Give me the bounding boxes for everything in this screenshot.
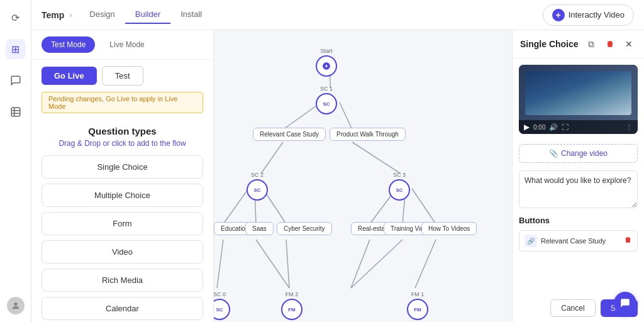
avatar[interactable] <box>7 297 25 314</box>
svg-line-7 <box>340 103 352 130</box>
mode-bar: Test Mode Live Mode <box>31 30 213 60</box>
test-mode-button[interactable]: Test Mode <box>42 36 95 53</box>
plus-circle-icon: + <box>552 9 565 21</box>
svg-point-4 <box>14 303 17 306</box>
start-node[interactable]: Start <box>316 48 337 77</box>
svg-line-10 <box>223 189 248 224</box>
relevant-node[interactable]: Relevant Case Study <box>253 128 326 141</box>
paperclip-icon: 📎 <box>549 149 558 158</box>
fm2-node[interactable]: FM 2 FM <box>281 291 303 320</box>
qt-video[interactable]: Video <box>42 240 203 264</box>
app-title: Temp <box>42 10 64 20</box>
sc-panel-title: Single Choice <box>520 39 580 49</box>
sidebar: ⟳ ⊞ <box>0 0 31 322</box>
close-button[interactable]: ✕ <box>621 36 636 52</box>
svg-line-6 <box>283 103 321 130</box>
svg-rect-0 <box>11 108 20 116</box>
canvas-area[interactable]: Start SC 1 SC Relevant Case Study Produc… <box>214 30 644 322</box>
delete-button[interactable] <box>602 36 618 52</box>
video-preview: ▶ 0:00 🔊 ⛶ ⋮ <box>519 65 638 134</box>
button-delete-icon[interactable] <box>624 236 632 246</box>
qt-rich-media[interactable]: Rich Media <box>42 269 203 292</box>
breadcrumb-arrow: › <box>69 11 72 19</box>
sc1-node[interactable]: SC 1 SC <box>316 86 337 114</box>
volume-button[interactable]: 🔊 <box>549 123 558 131</box>
buttons-section: Buttons 🔗 Relevant Case Study <box>513 212 644 259</box>
qt-list: Single Choice Multiple Choice Form Video… <box>42 155 203 320</box>
qt-subtitle: Drag & Drop or click to add to the flow <box>42 139 203 148</box>
live-mode-button[interactable]: Live Mode <box>100 36 153 53</box>
more-button[interactable]: ⋮ <box>626 123 633 131</box>
qt-form[interactable]: Form <box>42 212 203 235</box>
change-video-button[interactable]: 📎 Change video <box>519 144 638 163</box>
topbar-right: + Interactly Video <box>543 4 634 26</box>
product-node[interactable]: Product Walk Through <box>330 128 406 141</box>
svg-line-17 <box>256 240 289 288</box>
button-item-relevant[interactable]: 🔗 Relevant Case Study <box>519 230 638 252</box>
svg-line-21 <box>415 240 436 288</box>
saas-node[interactable]: Saas <box>245 222 274 235</box>
svg-line-18 <box>286 240 289 288</box>
topbar: Temp › Design Builder Install + Interact… <box>31 0 644 30</box>
sync-icon[interactable]: ⟳ <box>6 8 26 28</box>
qt-calendar[interactable]: Calendar <box>42 297 203 320</box>
go-live-button[interactable]: Go Live <box>42 67 97 85</box>
action-bar: Go Live Test <box>31 60 213 92</box>
tab-install[interactable]: Install <box>170 6 212 24</box>
buttons-label: Buttons <box>519 216 638 225</box>
pending-message: Pending changes, Go Live to apply in Liv… <box>42 92 203 113</box>
button-item-icon: 🔗 <box>525 235 537 247</box>
test-button[interactable]: Test <box>102 66 143 86</box>
howto-node[interactable]: How To Videos <box>421 222 477 235</box>
svg-line-19 <box>351 240 370 288</box>
main-area: Temp › Design Builder Install + Interact… <box>31 0 644 322</box>
grid-icon[interactable]: ⊞ <box>6 39 26 59</box>
svg-line-20 <box>351 240 402 288</box>
content-row: Test Mode Live Mode Go Live Test Pending… <box>31 30 644 322</box>
qt-title: Question types <box>42 126 203 136</box>
copy-button[interactable]: ⧉ <box>584 36 599 52</box>
qt-multiple-choice[interactable]: Multiple Choice <box>42 184 203 207</box>
sc2-node[interactable]: SC 2 SC <box>247 172 268 201</box>
sc0-node[interactable]: SC 0 SC <box>214 291 230 320</box>
cyber-node[interactable]: Cyber Security <box>277 222 332 235</box>
tab-builder[interactable]: Builder <box>125 6 170 24</box>
play-button[interactable]: ▶ <box>524 123 530 131</box>
chart-icon[interactable] <box>6 102 26 122</box>
svg-line-16 <box>217 240 223 288</box>
single-choice-panel: Single Choice ⧉ ✕ ▶ 0:00 🔊 <box>512 30 644 322</box>
cancel-button[interactable]: Cancel <box>550 299 595 317</box>
question-textarea[interactable] <box>519 170 638 208</box>
tab-group: Design Builder Install <box>79 6 212 24</box>
left-panel: Test Mode Live Mode Go Live Test Pending… <box>31 30 214 322</box>
svg-line-8 <box>261 142 283 174</box>
qt-single-choice[interactable]: Single Choice <box>42 155 203 179</box>
fullscreen-button[interactable]: ⛶ <box>562 123 569 131</box>
interactly-video-button[interactable]: + Interactly Video <box>543 4 634 26</box>
video-time: 0:00 <box>533 124 545 131</box>
svg-line-15 <box>412 189 436 224</box>
fm1-node[interactable]: FM 1 FM <box>407 291 428 320</box>
svg-line-9 <box>352 142 401 174</box>
tab-design[interactable]: Design <box>79 6 125 24</box>
video-controls: ▶ 0:00 🔊 ⛶ ⋮ <box>519 120 638 134</box>
sc3-node[interactable]: SC 3 SC <box>389 172 410 201</box>
button-item-label: Relevant Case Study <box>541 237 620 245</box>
sc-panel-header: Single Choice ⧉ ✕ <box>513 30 644 58</box>
chat-bubble[interactable] <box>614 292 636 314</box>
question-types: Question types Drag & Drop or click to a… <box>31 118 213 322</box>
chat-icon[interactable] <box>6 70 26 91</box>
